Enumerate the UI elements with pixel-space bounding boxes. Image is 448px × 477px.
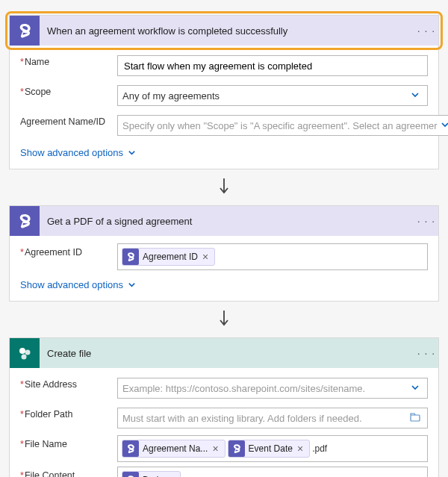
token-text: Agreement ID: [143, 252, 199, 262]
site-label: Site Address: [20, 375, 117, 390]
trigger-title: When an agreement workflow is completed …: [40, 25, 414, 37]
adobe-sign-icon: [228, 440, 245, 457]
chevron-down-icon: [128, 149, 136, 157]
adobe-sign-icon: [122, 440, 139, 457]
chevron-down-icon: [408, 90, 423, 102]
token-remove-icon[interactable]: ×: [164, 474, 176, 477]
token-remove-icon[interactable]: ×: [199, 251, 211, 263]
action-header[interactable]: Get a PDF of a signed agreement · · ·: [10, 206, 438, 236]
folder-label: Folder Path: [20, 405, 117, 420]
token-agreement-id[interactable]: Agreement ID ×: [122, 248, 215, 266]
filename-suffix: .pdf: [312, 443, 327, 454]
adobe-sign-icon: [122, 472, 139, 477]
trigger-body: Name Scope Any of my agreements Agreemen…: [10, 46, 438, 169]
flow-arrow: [9, 302, 439, 337]
agreement-label: Agreement Name/ID: [20, 113, 117, 128]
action-body: Site Address Example: https://contoso.sh…: [10, 368, 438, 477]
trigger-header[interactable]: When an agreement workflow is completed …: [10, 16, 438, 46]
action-title: Create file: [40, 348, 414, 359]
action-title: Get a PDF of a signed agreement: [40, 216, 414, 227]
filename-label: File Name: [20, 435, 117, 450]
action-get-pdf-card: Get a PDF of a signed agreement · · · Ag…: [9, 205, 439, 302]
content-label: File Content: [20, 467, 117, 477]
token-body[interactable]: Body ×: [122, 471, 181, 477]
token-text: Event Date: [249, 443, 294, 454]
token-event-date[interactable]: Event Date ×: [228, 440, 311, 458]
scope-value: Any of my agreements: [122, 90, 408, 102]
show-advanced-link[interactable]: Show advanced options: [20, 275, 136, 290]
name-input-text[interactable]: [122, 60, 423, 72]
site-select[interactable]: Example: https://contoso.sharepoint.com/…: [117, 378, 428, 399]
flow-arrow: [9, 169, 439, 205]
trigger-card: When an agreement workflow is completed …: [9, 15, 439, 169]
token-remove-icon[interactable]: ×: [209, 443, 221, 455]
token-remove-icon[interactable]: ×: [294, 443, 306, 455]
filename-input[interactable]: Agreement Na... × Event Date × .pdf: [117, 435, 428, 462]
name-input[interactable]: [117, 55, 428, 76]
action-body: Agreement ID Agreement ID × Show advance…: [10, 236, 438, 301]
agreement-select[interactable]: Specify only when "Scope" is "A specific…: [117, 115, 448, 136]
show-advanced-link[interactable]: Show advanced options: [20, 143, 136, 158]
more-menu-button[interactable]: · · ·: [414, 25, 438, 37]
chevron-down-icon: [128, 281, 136, 289]
adobe-sign-icon: [10, 16, 40, 46]
chevron-down-icon: [438, 120, 448, 131]
scope-select[interactable]: Any of my agreements: [117, 85, 428, 106]
agreement-id-label: Agreement ID: [20, 243, 117, 258]
content-input[interactable]: Body ×: [117, 467, 428, 477]
more-menu-button[interactable]: · · ·: [414, 347, 438, 359]
adobe-sign-icon: [122, 249, 139, 265]
adobe-sign-icon: [10, 206, 40, 236]
folder-picker-icon[interactable]: [408, 412, 423, 425]
site-placeholder: Example: https://contoso.sharepoint.com/…: [122, 383, 408, 394]
folder-placeholder: Must start with an existing library. Add…: [122, 413, 408, 424]
folder-input[interactable]: Must start with an existing library. Add…: [117, 408, 428, 428]
name-label: Name: [20, 53, 117, 68]
agreement-placeholder: Specify only when "Scope" is "A specific…: [122, 120, 438, 131]
token-agreement-name[interactable]: Agreement Na... ×: [122, 440, 225, 458]
token-text: Agreement Na...: [143, 443, 209, 454]
show-advanced-label: Show advanced options: [20, 279, 123, 290]
action-create-file-card: Create file · · · Site Address Example: …: [9, 337, 439, 477]
more-menu-button[interactable]: · · ·: [414, 215, 438, 227]
action-header[interactable]: Create file · · ·: [10, 338, 438, 368]
agreement-id-input[interactable]: Agreement ID ×: [117, 243, 428, 270]
sharepoint-icon: [10, 338, 40, 368]
show-advanced-label: Show advanced options: [20, 147, 123, 158]
chevron-down-icon: [408, 383, 423, 394]
scope-label: Scope: [20, 83, 117, 98]
